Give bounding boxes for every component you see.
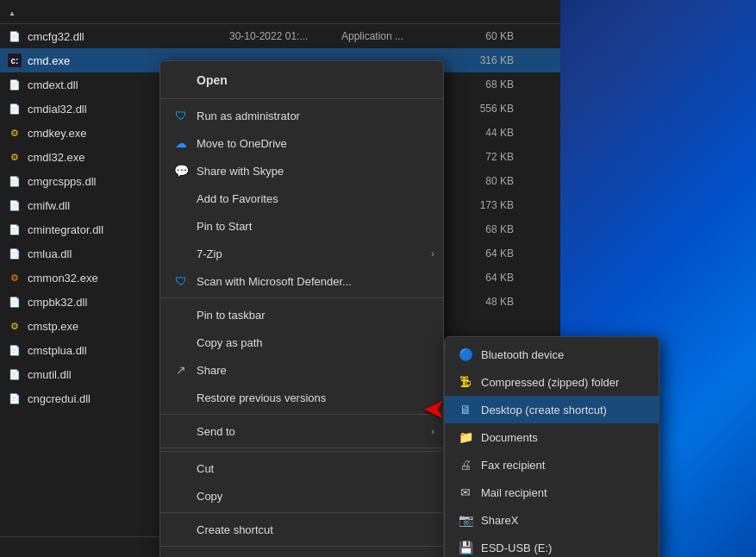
exe-icon: ⚙ [7,318,22,334]
red-arrow-indicator: ➤ [422,392,446,425]
menu-separator [160,414,443,415]
menu-label: Run as administrator [197,110,300,122]
submenu-item-mail[interactable]: ✉Mail recipient [445,479,659,506]
menu-item-7zip[interactable]: 7-Zip› [160,240,443,267]
empty-icon [172,306,190,323]
menu-separator [160,546,443,547]
submenu-item-compressed[interactable]: 🗜Compressed (zipped) folder [445,368,659,396]
empty-icon [172,334,190,351]
file-size: 60 KB [445,30,514,42]
submenu-item-bluetooth[interactable]: 🔵Bluetooth device [445,341,659,368]
submenu-arrow: › [431,426,434,436]
file-size: 64 KB [445,247,514,260]
menu-item-pin-taskbar[interactable]: Pin to taskbar [160,301,443,329]
submenu-item-sharex[interactable]: 📷ShareX [445,506,659,534]
sharex-icon: 📷 [457,511,474,529]
menu-separator [160,98,443,99]
empty-icon [172,245,190,262]
dll-icon: 📄 [7,173,22,189]
menu-label: Send to [197,425,235,438]
menu-item-cut[interactable]: Cut [160,454,443,482]
menu-label: Scan with Microsoft Defender... [197,275,352,288]
empty-icon [172,389,190,406]
submenu-label: Documents [481,431,538,444]
sort-arrow-icon: ▲ [9,9,16,17]
menu-item-create-shortcut[interactable]: Create shortcut [160,516,443,543]
dll-icon: 📄 [7,366,22,382]
empty-icon [172,521,190,538]
file-size: 72 KB [445,151,514,163]
cmd-icon: c: [7,53,22,68]
submenu-item-esd-usb[interactable]: 💾ESD-USB (E:) [445,534,659,557]
menu-label: Open [197,73,228,87]
menu-label: 7-Zip [197,247,222,260]
file-size: 68 KB [445,78,514,91]
menu-item-send-to[interactable]: Send to› [160,417,443,445]
file-size: 44 KB [445,127,514,139]
file-item[interactable]: 📄 cmcfg32.dll 30-10-2022 01:... Applicat… [0,24,560,48]
menu-label: Share with Skype [197,165,284,178]
empty-icon [172,460,190,477]
defender-icon: 🛡 [172,272,190,290]
empty-icon [172,72,190,89]
menu-separator [160,451,443,452]
file-date: 30-10-2022 01:... [229,30,341,42]
menu-separator [160,447,443,448]
dll-icon: 📄 [7,101,22,116]
submenu-label: ShareX [481,514,518,527]
fax-icon: 🖨 [457,456,474,473]
exe-icon: ⚙ [7,125,22,141]
dll-icon: 📄 [7,246,22,261]
exe-icon: ⚙ [7,149,22,165]
menu-label: Move to OneDrive [197,137,287,150]
menu-item-skype[interactable]: 💬Share with Skype [160,157,443,185]
file-size: 64 KB [445,272,514,284]
menu-item-copy[interactable]: Copy [160,482,443,510]
submenu-item-fax[interactable]: 🖨Fax recipient [445,451,659,479]
menu-label: Cut [197,462,214,475]
folder-icon: 📁 [457,429,474,446]
skype-icon: 💬 [172,162,190,179]
file-name: cmcfg32.dll [28,30,229,43]
send-to-submenu: 🔵Bluetooth device🗜Compressed (zipped) fo… [444,336,659,557]
menu-label: Copy [197,490,222,503]
file-size: 556 KB [445,103,514,115]
submenu-arrow: › [431,248,434,259]
column-name[interactable]: ▲ [7,6,231,18]
empty-icon [172,217,190,235]
empty-icon [172,487,190,504]
menu-label: Create shortcut [197,523,273,536]
menu-label: Add to Favorites [197,192,278,205]
dll-icon: 📄 [7,77,22,92]
menu-separator [160,512,443,513]
menu-item-open[interactable]: Open [160,65,443,96]
menu-item-defender[interactable]: 🛡Scan with Microsoft Defender... [160,267,443,295]
menu-item-delete[interactable]: 🗑Delete [160,549,443,557]
menu-item-pin-start[interactable]: Pin to Start [160,212,443,240]
submenu-item-desktop[interactable]: 🖥Desktop (create shortcut) [445,396,659,423]
submenu-label: Fax recipient [481,459,545,472]
share-icon: ↗ [172,361,190,379]
empty-icon [172,422,190,440]
dll-icon: 📄 [7,294,22,310]
menu-item-copy-path[interactable]: Copy as path [160,329,443,356]
menu-item-favorites[interactable]: Add to Favorites [160,185,443,212]
exe2-icon: ⚙ [7,270,22,285]
file-size: 68 KB [445,223,514,235]
dll-icon: 📄 [7,342,22,358]
menu-label: Pin to Start [197,220,252,233]
menu-item-share[interactable]: ↗Share [160,356,443,384]
onedrive-icon: ☁ [172,135,190,152]
menu-item-restore[interactable]: Restore previous versions [160,384,443,411]
file-size: 173 KB [445,199,514,211]
submenu-label: Desktop (create shortcut) [481,404,607,416]
file-size: 316 KB [445,54,514,66]
dll-icon: 📄 [7,391,22,406]
submenu-label: Mail recipient [481,486,547,499]
menu-item-onedrive[interactable]: ☁Move to OneDrive [160,129,443,157]
mail-icon: ✉ [457,484,474,501]
shield-icon: 🛡 [172,107,190,124]
dll-icon: 📄 [7,222,22,237]
menu-item-run-admin[interactable]: 🛡Run as administrator [160,102,443,129]
submenu-item-documents[interactable]: 📁Documents [445,423,659,451]
